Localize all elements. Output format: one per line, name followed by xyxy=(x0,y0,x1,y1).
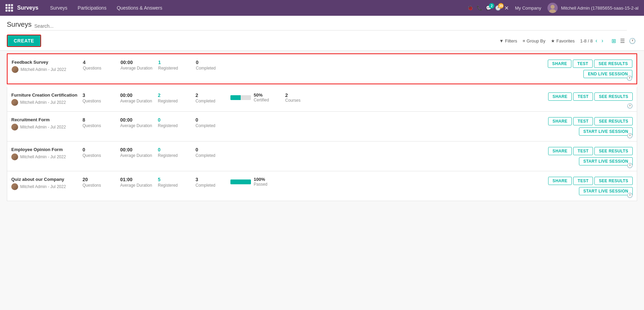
action-share-button[interactable]: SHARE xyxy=(548,60,572,68)
questions-stat: 3 Questions xyxy=(80,92,117,103)
registered-label: Registered xyxy=(158,123,190,128)
avg-duration-stat: 00:00 Average Duration xyxy=(117,117,155,128)
registered-value: 1 xyxy=(158,60,190,65)
timer-icon[interactable]: 🕐39 xyxy=(495,5,501,11)
session-button[interactable]: START LIVE SESSION xyxy=(579,187,633,195)
survey-row: Employee Opinion Form Mitchell Admin - J… xyxy=(7,141,637,171)
row-actions-top: SHARETESTSEE RESULTS xyxy=(548,117,633,125)
session-button[interactable]: START LIVE SESSION xyxy=(579,157,633,165)
questions-stat: 20 Questions xyxy=(80,177,117,188)
brand-area[interactable]: Surveys xyxy=(5,4,38,12)
completed-value: 3 xyxy=(195,177,228,182)
svg-point-0 xyxy=(551,5,555,9)
cert-pct: 100% xyxy=(254,177,267,182)
bug-icon[interactable]: 🐞 xyxy=(467,5,473,11)
action-see-results-button[interactable]: SEE RESULTS xyxy=(594,177,633,185)
author-label: Mitchell Admin - Jul 2022 xyxy=(20,184,66,189)
search-input[interactable] xyxy=(31,22,627,30)
cert-progress-fill xyxy=(230,179,251,184)
groupby-button[interactable]: ≡ Group By xyxy=(523,38,546,44)
action-test-button[interactable]: TEST xyxy=(573,147,593,155)
registered-label: Registered xyxy=(158,99,190,103)
clock-icon[interactable]: 🕐 xyxy=(627,75,632,81)
questions-label: Questions xyxy=(83,99,115,103)
author-label: Mitchell Admin - Jul 2022 xyxy=(20,125,66,129)
favorites-button[interactable]: ★ Favorites xyxy=(551,38,574,44)
topnav-right: 🐞 📞 💬2 🕐39 ✕ My Company Mitchell Admin (… xyxy=(467,3,639,13)
action-see-results-button[interactable]: SEE RESULTS xyxy=(594,117,633,125)
view-toggle: ⊞ ☰ 🕐 xyxy=(610,37,637,45)
action-test-button[interactable]: TEST xyxy=(573,117,593,125)
author-avatar xyxy=(11,153,18,160)
completed-stat: 0 Completed xyxy=(193,147,230,158)
action-see-results-button[interactable]: SEE RESULTS xyxy=(594,92,633,101)
survey-row: Feedback Survey Mitchell Admin - Jul 202… xyxy=(7,53,637,84)
session-button[interactable]: END LIVE SESSION xyxy=(583,70,632,78)
cert-info: 100% Passed xyxy=(254,177,267,187)
action-test-button[interactable]: TEST xyxy=(573,92,593,101)
prev-page-button[interactable]: ‹ xyxy=(594,38,598,44)
action-share-button[interactable]: SHARE xyxy=(548,177,572,185)
clock-view-button[interactable]: 🕐 xyxy=(628,37,637,45)
avg-duration-label: Average Duration xyxy=(120,123,152,128)
survey-list: Feedback Survey Mitchell Admin - Jul 202… xyxy=(7,53,637,201)
avg-duration-value: 00:00 xyxy=(120,117,152,123)
company-name[interactable]: My Company xyxy=(515,5,541,11)
clock-icon[interactable]: 🕐 xyxy=(627,103,633,109)
star-icon: ★ xyxy=(551,38,555,44)
session-action: END LIVE SESSION xyxy=(583,70,632,78)
action-share-button[interactable]: SHARE xyxy=(548,117,572,125)
page-header-title-row: Surveys xyxy=(0,16,644,32)
avg-duration-value: 00:00 xyxy=(120,92,152,98)
chat-icon[interactable]: 💬2 xyxy=(486,5,492,11)
clock-icon[interactable]: 🕐 xyxy=(627,163,633,168)
user-avatar[interactable] xyxy=(547,3,558,13)
nav-participations[interactable]: Participations xyxy=(73,0,111,16)
avg-duration-label: Average Duration xyxy=(120,99,152,103)
cert-pct: 50% xyxy=(254,92,269,98)
nav-links: Surveys Participations Questions & Answe… xyxy=(45,0,467,16)
session-button[interactable]: START LIVE SESSION xyxy=(579,127,633,136)
action-see-results-button[interactable]: SEE RESULTS xyxy=(594,147,633,155)
author-avatar xyxy=(12,66,18,73)
user-name[interactable]: Mitchell Admin (17885655-saas-15-2-al xyxy=(561,5,639,11)
timer-badge: 39 xyxy=(498,3,504,9)
action-test-button[interactable]: TEST xyxy=(573,177,593,185)
groupby-icon: ≡ xyxy=(523,38,526,44)
completed-stat: 0 Completed xyxy=(193,60,231,71)
phone-icon[interactable]: 📞 xyxy=(477,5,482,11)
survey-name: Quiz about our Company xyxy=(11,177,80,182)
completed-label: Completed xyxy=(196,66,228,71)
next-page-button[interactable]: › xyxy=(600,38,605,44)
survey-info: Recruitment Form Mitchell Admin - Jul 20… xyxy=(11,117,80,131)
completed-value: 0 xyxy=(195,147,228,152)
completed-stat: 0 Completed xyxy=(193,117,230,128)
survey-row: Recruitment Form Mitchell Admin - Jul 20… xyxy=(7,112,637,141)
clock-icon[interactable]: 🕐 xyxy=(627,133,633,138)
close-icon[interactable]: ✕ xyxy=(504,5,509,11)
kanban-view-button[interactable]: ⊞ xyxy=(610,37,617,45)
action-test-button[interactable]: TEST xyxy=(573,60,593,68)
survey-info: Employee Opinion Form Mitchell Admin - J… xyxy=(11,147,80,160)
create-button[interactable]: CREATE xyxy=(7,35,41,47)
registered-stat: 5 Registered xyxy=(155,177,193,188)
author-avatar xyxy=(11,183,18,190)
list-view-button[interactable]: ☰ xyxy=(619,37,626,45)
avg-duration-label: Average Duration xyxy=(120,153,152,158)
nav-questions-answers[interactable]: Questions & Answers xyxy=(112,0,167,16)
questions-stat: 0 Questions xyxy=(80,147,117,158)
nav-surveys[interactable]: Surveys xyxy=(45,0,72,16)
row-actions-top: SHARETESTSEE RESULTS xyxy=(548,60,632,68)
cert-status: Passed xyxy=(254,182,267,187)
clock-icon[interactable]: 🕐 xyxy=(627,193,633,198)
grid-menu-icon[interactable] xyxy=(5,4,13,12)
survey-author: Mitchell Admin - Jul 2022 xyxy=(11,124,80,131)
cert-block: 100% Passed xyxy=(230,177,285,187)
filters-button[interactable]: ▼ Filters xyxy=(499,38,517,44)
action-share-button[interactable]: SHARE xyxy=(548,92,572,101)
survey-author: Mitchell Admin - Jul 2022 xyxy=(11,153,80,160)
completed-label: Completed xyxy=(195,153,228,158)
action-share-button[interactable]: SHARE xyxy=(548,147,572,155)
questions-label: Questions xyxy=(83,183,115,188)
action-see-results-button[interactable]: SEE RESULTS xyxy=(594,60,632,68)
